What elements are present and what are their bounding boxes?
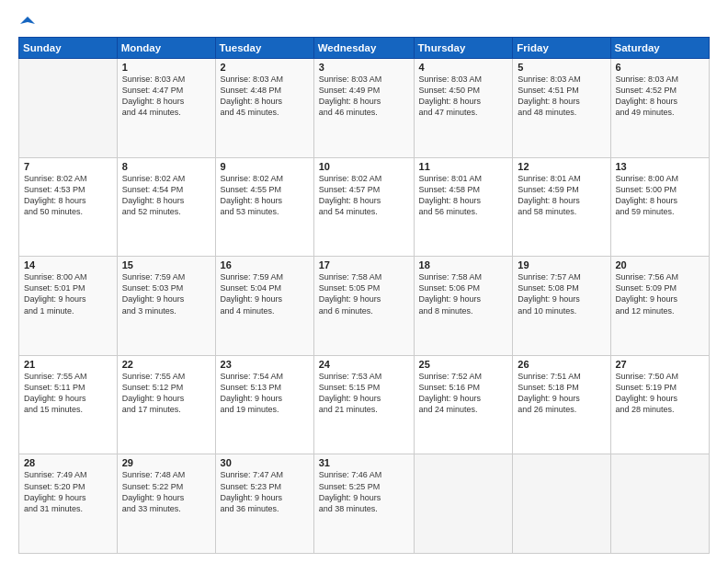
calendar-cell: 22Sunrise: 7:55 AM Sunset: 5:12 PM Dayli… [117, 355, 215, 454]
day-info: Sunrise: 8:03 AM Sunset: 4:52 PM Dayligh… [616, 74, 705, 119]
day-number: 11 [419, 161, 508, 172]
day-number: 22 [122, 359, 210, 370]
day-number: 27 [616, 359, 705, 370]
calendar-cell: 3Sunrise: 8:03 AM Sunset: 4:49 PM Daylig… [313, 59, 414, 158]
calendar-cell: 26Sunrise: 7:51 AM Sunset: 5:18 PM Dayli… [513, 355, 610, 454]
day-info: Sunrise: 7:53 AM Sunset: 5:15 PM Dayligh… [319, 371, 409, 416]
day-info: Sunrise: 8:03 AM Sunset: 4:47 PM Dayligh… [122, 74, 210, 119]
calendar-cell [414, 454, 513, 554]
day-number: 16 [221, 259, 309, 270]
day-number: 3 [319, 62, 409, 73]
day-info: Sunrise: 8:01 AM Sunset: 4:59 PM Dayligh… [518, 173, 605, 218]
day-info: Sunrise: 8:03 AM Sunset: 4:51 PM Dayligh… [518, 74, 605, 119]
calendar-cell: 23Sunrise: 7:54 AM Sunset: 5:13 PM Dayli… [215, 355, 313, 454]
day-info: Sunrise: 8:02 AM Sunset: 4:57 PM Dayligh… [319, 173, 409, 218]
calendar-cell: 21Sunrise: 7:55 AM Sunset: 5:11 PM Dayli… [19, 355, 118, 454]
calendar-cell: 11Sunrise: 8:01 AM Sunset: 4:58 PM Dayli… [414, 157, 513, 257]
day-number: 30 [221, 457, 309, 468]
day-number: 19 [518, 259, 605, 270]
logo-bird-icon [20, 15, 35, 29]
calendar-cell: 7Sunrise: 8:02 AM Sunset: 4:53 PM Daylig… [19, 157, 118, 257]
day-info: Sunrise: 8:02 AM Sunset: 4:54 PM Dayligh… [122, 173, 210, 218]
day-number: 14 [24, 259, 112, 270]
svg-marker-0 [20, 17, 35, 24]
calendar-week-row: 7Sunrise: 8:02 AM Sunset: 4:53 PM Daylig… [19, 157, 710, 257]
day-info: Sunrise: 7:48 AM Sunset: 5:22 PM Dayligh… [122, 469, 210, 514]
day-number: 31 [319, 457, 409, 468]
day-info: Sunrise: 7:58 AM Sunset: 5:05 PM Dayligh… [319, 271, 409, 316]
calendar-cell [19, 59, 118, 158]
calendar-cell: 2Sunrise: 8:03 AM Sunset: 4:48 PM Daylig… [215, 59, 313, 158]
day-number: 12 [518, 161, 605, 172]
day-number: 4 [419, 62, 508, 73]
calendar-week-row: 28Sunrise: 7:49 AM Sunset: 5:20 PM Dayli… [19, 454, 710, 554]
calendar-cell: 10Sunrise: 8:02 AM Sunset: 4:57 PM Dayli… [313, 157, 414, 257]
calendar-cell: 13Sunrise: 8:00 AM Sunset: 5:00 PM Dayli… [610, 157, 710, 257]
day-info: Sunrise: 7:55 AM Sunset: 5:11 PM Dayligh… [24, 371, 112, 416]
day-number: 18 [419, 259, 508, 270]
calendar-cell: 4Sunrise: 8:03 AM Sunset: 4:50 PM Daylig… [414, 59, 513, 158]
calendar-cell: 14Sunrise: 8:00 AM Sunset: 5:01 PM Dayli… [19, 257, 118, 356]
calendar-cell: 19Sunrise: 7:57 AM Sunset: 5:08 PM Dayli… [513, 257, 610, 356]
day-info: Sunrise: 7:55 AM Sunset: 5:12 PM Dayligh… [122, 371, 210, 416]
day-number: 24 [319, 359, 409, 370]
calendar-page: SundayMondayTuesdayWednesdayThursdayFrid… [0, 0, 728, 563]
calendar-cell: 27Sunrise: 7:50 AM Sunset: 5:19 PM Dayli… [610, 355, 710, 454]
calendar-cell: 17Sunrise: 7:58 AM Sunset: 5:05 PM Dayli… [313, 257, 414, 356]
calendar-cell: 9Sunrise: 8:02 AM Sunset: 4:55 PM Daylig… [215, 157, 313, 257]
day-info: Sunrise: 8:03 AM Sunset: 4:50 PM Dayligh… [419, 74, 508, 119]
day-of-week-header: Friday [513, 38, 610, 59]
day-info: Sunrise: 8:03 AM Sunset: 4:48 PM Dayligh… [221, 74, 309, 119]
day-info: Sunrise: 7:51 AM Sunset: 5:18 PM Dayligh… [518, 371, 605, 416]
logo [18, 15, 35, 29]
calendar-cell: 8Sunrise: 8:02 AM Sunset: 4:54 PM Daylig… [117, 157, 215, 257]
calendar-week-row: 1Sunrise: 8:03 AM Sunset: 4:47 PM Daylig… [19, 59, 710, 158]
day-info: Sunrise: 7:59 AM Sunset: 5:04 PM Dayligh… [221, 271, 309, 316]
calendar-cell: 16Sunrise: 7:59 AM Sunset: 5:04 PM Dayli… [215, 257, 313, 356]
day-number: 6 [616, 62, 705, 73]
calendar-cell: 1Sunrise: 8:03 AM Sunset: 4:47 PM Daylig… [117, 59, 215, 158]
calendar-cell: 6Sunrise: 8:03 AM Sunset: 4:52 PM Daylig… [610, 59, 710, 158]
day-info: Sunrise: 8:00 AM Sunset: 5:00 PM Dayligh… [616, 173, 705, 218]
day-info: Sunrise: 7:56 AM Sunset: 5:09 PM Dayligh… [616, 271, 705, 316]
day-info: Sunrise: 8:03 AM Sunset: 4:49 PM Dayligh… [319, 74, 409, 119]
calendar-cell [610, 454, 710, 554]
day-of-week-header: Monday [117, 38, 215, 59]
calendar-cell [513, 454, 610, 554]
day-info: Sunrise: 7:54 AM Sunset: 5:13 PM Dayligh… [221, 371, 309, 416]
header [18, 15, 710, 29]
day-number: 7 [24, 161, 112, 172]
day-number: 1 [122, 62, 210, 73]
day-number: 2 [221, 62, 309, 73]
day-number: 26 [518, 359, 605, 370]
calendar-week-row: 21Sunrise: 7:55 AM Sunset: 5:11 PM Dayli… [19, 355, 710, 454]
day-number: 15 [122, 259, 210, 270]
day-info: Sunrise: 7:58 AM Sunset: 5:06 PM Dayligh… [419, 271, 508, 316]
day-of-week-header: Wednesday [313, 38, 414, 59]
day-number: 20 [616, 259, 705, 270]
day-number: 9 [221, 161, 309, 172]
day-info: Sunrise: 7:57 AM Sunset: 5:08 PM Dayligh… [518, 271, 605, 316]
calendar-cell: 31Sunrise: 7:46 AM Sunset: 5:25 PM Dayli… [313, 454, 414, 554]
day-info: Sunrise: 7:49 AM Sunset: 5:20 PM Dayligh… [24, 469, 112, 514]
calendar-cell: 18Sunrise: 7:58 AM Sunset: 5:06 PM Dayli… [414, 257, 513, 356]
calendar-cell: 24Sunrise: 7:53 AM Sunset: 5:15 PM Dayli… [313, 355, 414, 454]
day-info: Sunrise: 8:02 AM Sunset: 4:53 PM Dayligh… [24, 173, 112, 218]
day-number: 29 [122, 457, 210, 468]
calendar-cell: 25Sunrise: 7:52 AM Sunset: 5:16 PM Dayli… [414, 355, 513, 454]
calendar-cell: 28Sunrise: 7:49 AM Sunset: 5:20 PM Dayli… [19, 454, 118, 554]
day-number: 25 [419, 359, 508, 370]
calendar-cell: 29Sunrise: 7:48 AM Sunset: 5:22 PM Dayli… [117, 454, 215, 554]
day-number: 10 [319, 161, 409, 172]
calendar-cell: 12Sunrise: 8:01 AM Sunset: 4:59 PM Dayli… [513, 157, 610, 257]
calendar-cell: 20Sunrise: 7:56 AM Sunset: 5:09 PM Dayli… [610, 257, 710, 356]
calendar-table: SundayMondayTuesdayWednesdayThursdayFrid… [18, 37, 710, 554]
day-of-week-header: Tuesday [215, 38, 313, 59]
day-number: 28 [24, 457, 112, 468]
day-info: Sunrise: 7:46 AM Sunset: 5:25 PM Dayligh… [319, 469, 409, 514]
day-number: 8 [122, 161, 210, 172]
calendar-header-row: SundayMondayTuesdayWednesdayThursdayFrid… [19, 38, 710, 59]
day-number: 21 [24, 359, 112, 370]
calendar-cell: 5Sunrise: 8:03 AM Sunset: 4:51 PM Daylig… [513, 59, 610, 158]
day-number: 13 [616, 161, 705, 172]
